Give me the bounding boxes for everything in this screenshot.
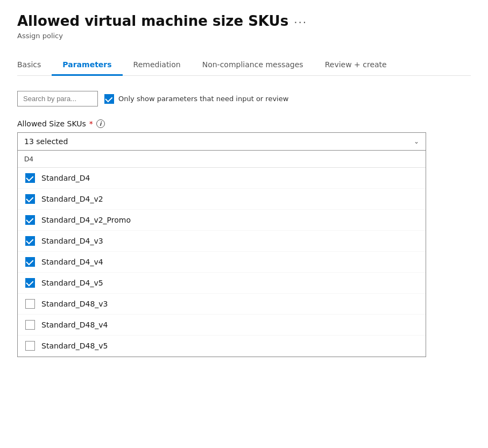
list-item[interactable]: Standard_D4_v2_Promo: [18, 210, 426, 231]
item-checkbox-checked: [25, 236, 35, 246]
field-label-text: Allowed Size SKUs: [17, 119, 86, 128]
item-checkbox-unchecked: [25, 341, 35, 351]
dropdown-panel: Standard_D4 Standard_D4_v2 Standard_D4_v…: [17, 151, 426, 357]
dropdown-list: Standard_D4 Standard_D4_v2 Standard_D4_v…: [18, 168, 426, 357]
item-label: Standard_D4_v4: [41, 258, 103, 266]
item-label: Standard_D48_v4: [41, 321, 108, 329]
selected-value: 13 selected: [24, 137, 68, 146]
tab-non-compliance-messages[interactable]: Non-compliance messages: [192, 55, 314, 76]
item-checkbox-checked: [25, 194, 35, 204]
item-label: Standard_D4_v3: [41, 237, 103, 245]
tab-parameters[interactable]: Parameters: [52, 55, 122, 76]
field-label-row: Allowed Size SKUs * i: [17, 119, 471, 128]
list-item[interactable]: Standard_D48_v3: [18, 294, 426, 315]
show-params-label: Only show parameters that need input or …: [118, 95, 288, 103]
item-label: Standard_D4: [41, 174, 90, 182]
item-label: Standard_D4_v2: [41, 195, 103, 203]
item-label: Standard_D4_v2_Promo: [41, 216, 131, 224]
list-item[interactable]: Standard_D4_v3: [18, 231, 426, 252]
list-item[interactable]: Standard_D4_v4: [18, 252, 426, 273]
tab-remediation[interactable]: Remediation: [123, 55, 192, 76]
page-header: Allowed virtual machine size SKUs ···: [17, 13, 471, 30]
item-label: Standard_D48_v3: [41, 300, 108, 308]
filter-row: Only show parameters that need input or …: [17, 91, 471, 106]
item-checkbox-checked: [25, 278, 35, 288]
dropdown-search-input[interactable]: [18, 151, 426, 168]
item-checkbox-unchecked: [25, 320, 35, 330]
item-checkbox-checked: [25, 173, 35, 183]
dropdown-selected[interactable]: 13 selected ⌄: [17, 132, 426, 151]
page-subtitle: Assign policy: [17, 32, 471, 40]
item-checkbox-unchecked: [25, 299, 35, 309]
item-label: Standard_D48_v5: [41, 342, 108, 350]
list-item[interactable]: Standard_D48_v4: [18, 315, 426, 336]
tab-navigation: Basics Parameters Remediation Non-compli…: [17, 55, 471, 76]
info-icon[interactable]: i: [96, 119, 105, 128]
more-options-icon[interactable]: ···: [294, 16, 307, 29]
required-indicator: *: [89, 119, 93, 128]
page-title: Allowed virtual machine size SKUs: [17, 13, 288, 30]
search-input[interactable]: [17, 91, 98, 106]
item-label: Standard_D4_v5: [41, 279, 103, 287]
list-item[interactable]: Standard_D48_v5: [18, 336, 426, 357]
chevron-down-icon: ⌄: [414, 138, 419, 145]
show-params-checkbox-container[interactable]: Only show parameters that need input or …: [104, 94, 288, 104]
list-item[interactable]: Standard_D4_v5: [18, 273, 426, 294]
item-checkbox-checked: [25, 215, 35, 225]
tab-review-create[interactable]: Review + create: [314, 55, 398, 76]
show-params-checkbox[interactable]: [104, 94, 114, 104]
tab-basics[interactable]: Basics: [17, 55, 52, 76]
list-item[interactable]: Standard_D4_v2: [18, 189, 426, 210]
list-item[interactable]: Standard_D4: [18, 168, 426, 189]
item-checkbox-checked: [25, 257, 35, 267]
allowed-size-skus-field: Allowed Size SKUs * i 13 selected ⌄ Stan…: [17, 119, 471, 357]
